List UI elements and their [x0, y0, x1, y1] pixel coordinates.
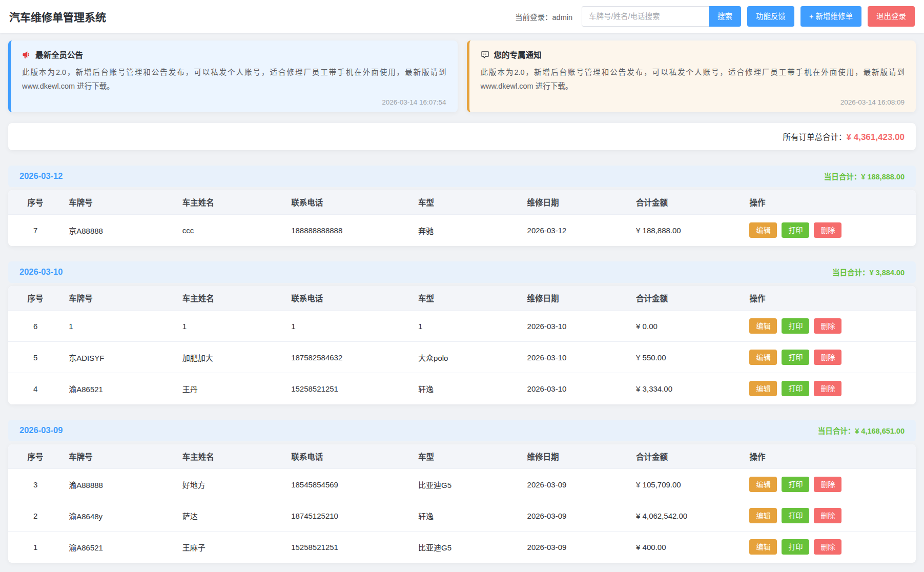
delete-button[interactable]: 删除 — [814, 222, 841, 238]
grand-total-label: 所有订单总合计： — [783, 133, 847, 141]
table-header-row: 序号车牌号车主姓名联系电话车型维修日期合计金额操作 — [8, 444, 916, 469]
daily-total: 当日合计：¥ 188,888.00 — [824, 171, 905, 181]
cell-seq: 7 — [8, 215, 63, 246]
print-button[interactable]: 打印 — [782, 222, 809, 238]
personal-notice-title: 您的专属通知 — [494, 49, 542, 60]
print-button[interactable]: 打印 — [782, 318, 809, 334]
cell-date: 2026-03-12 — [521, 215, 630, 246]
group-header: 2026-03-10 当日合计：¥ 3,884.00 — [8, 261, 916, 283]
cell-date: 2026-03-10 — [521, 342, 630, 373]
delete-button[interactable]: 删除 — [814, 477, 841, 492]
edit-button[interactable]: 编辑 — [749, 508, 777, 523]
cell-plate: 东ADISYF — [63, 342, 176, 373]
edit-button[interactable]: 编辑 — [749, 477, 777, 492]
column-header: 操作 — [743, 286, 916, 311]
cell-model: 大众polo — [412, 342, 521, 373]
search-input[interactable] — [582, 6, 709, 27]
add-repair-order-button[interactable]: + 新增维修单 — [800, 6, 861, 27]
column-header: 车型 — [412, 286, 521, 311]
cell-phone: 15258521251 — [285, 532, 412, 563]
cell-phone: 18745125210 — [285, 500, 412, 532]
personal-notice-title-row: 您的专属通知 — [481, 49, 905, 60]
daily-total-label: 当日合计： — [818, 427, 855, 435]
cell-owner: 王丹 — [176, 373, 285, 404]
delete-button[interactable]: 删除 — [814, 350, 841, 365]
search-button[interactable]: 搜索 — [709, 6, 741, 27]
column-header: 合计金额 — [630, 444, 743, 469]
print-button[interactable]: 打印 — [782, 350, 809, 365]
print-button[interactable]: 打印 — [782, 381, 809, 396]
feedback-button[interactable]: 功能反馈 — [747, 6, 794, 27]
cell-actions: 编辑打印删除 — [743, 469, 916, 500]
cell-seq: 2 — [8, 500, 63, 532]
column-header: 操作 — [743, 444, 916, 469]
column-header: 序号 — [8, 190, 63, 215]
topbar: 汽车维修单管理系统 当前登录：admin 搜索 功能反馈 + 新增维修单 退出登… — [0, 0, 924, 33]
order-group: 2026-03-10 当日合计：¥ 3,884.00 序号车牌号车主姓名联系电话… — [8, 261, 916, 404]
print-button[interactable]: 打印 — [782, 539, 809, 555]
edit-button[interactable]: 编辑 — [749, 350, 777, 365]
order-row: 611112026-03-10¥ 0.00编辑打印删除 — [8, 311, 916, 342]
group-header: 2026-03-12 当日合计：¥ 188,888.00 — [8, 166, 916, 187]
cell-owner: 1 — [176, 311, 285, 342]
daily-total-amount: ¥ 188,888.00 — [861, 173, 905, 181]
cell-model: 1 — [412, 311, 521, 342]
logout-button[interactable]: 退出登录 — [868, 6, 915, 27]
personal-notice-body: 此版本为2.0，新增后台账号管理和公告发布，可以私发个人账号，适合修理厂员工带手… — [481, 66, 905, 93]
personal-notice-timestamp: 2026-03-14 16:08:09 — [481, 98, 905, 106]
cell-model: 轩逸 — [412, 373, 521, 404]
cell-amount: ¥ 3,334.00 — [630, 373, 743, 404]
column-header: 序号 — [8, 286, 63, 311]
cell-date: 2026-03-10 — [521, 373, 630, 404]
delete-button[interactable]: 删除 — [814, 381, 841, 396]
column-header: 联系电话 — [285, 444, 412, 469]
edit-button[interactable]: 编辑 — [749, 381, 777, 396]
cell-seq: 5 — [8, 342, 63, 373]
cell-plate: 渝A88888 — [63, 469, 176, 500]
edit-button[interactable]: 编辑 — [749, 318, 777, 334]
cell-actions: 编辑打印删除 — [743, 215, 916, 246]
cell-seq: 1 — [8, 532, 63, 563]
cell-seq: 3 — [8, 469, 63, 500]
delete-button[interactable]: 删除 — [814, 318, 841, 334]
column-header: 联系电话 — [285, 286, 412, 311]
cell-date: 2026-03-09 — [521, 532, 630, 563]
cell-plate: 1 — [63, 311, 176, 342]
cell-amount: ¥ 188,888.00 — [630, 215, 743, 246]
order-table-card: 序号车牌号车主姓名联系电话车型维修日期合计金额操作 7京A88888ccc188… — [8, 190, 916, 246]
cell-plate: 渝A86521 — [63, 373, 176, 404]
cell-owner: ccc — [176, 215, 285, 246]
order-table: 序号车牌号车主姓名联系电话车型维修日期合计金额操作 7京A88888ccc188… — [8, 190, 916, 246]
delete-button[interactable]: 删除 — [814, 539, 841, 555]
speech-bubble-icon — [481, 50, 489, 59]
group-date: 2026-03-12 — [19, 171, 63, 181]
column-header: 维修日期 — [521, 444, 630, 469]
group-header: 2026-03-09 当日合计：¥ 4,168,651.00 — [8, 420, 916, 441]
table-header-row: 序号车牌号车主姓名联系电话车型维修日期合计金额操作 — [8, 190, 916, 215]
edit-button[interactable]: 编辑 — [749, 222, 777, 238]
cell-amount: ¥ 400.00 — [630, 532, 743, 563]
order-table: 序号车牌号车主姓名联系电话车型维修日期合计金额操作 3渝A88888好地方185… — [8, 444, 916, 563]
daily-total-label: 当日合计： — [824, 173, 861, 181]
cell-owner: 萨达 — [176, 500, 285, 532]
delete-button[interactable]: 删除 — [814, 508, 841, 523]
edit-button[interactable]: 编辑 — [749, 539, 777, 555]
column-header: 联系电话 — [285, 190, 412, 215]
cell-plate: 渝A86521 — [63, 532, 176, 563]
cell-amount: ¥ 0.00 — [630, 311, 743, 342]
daily-total: 当日合计：¥ 4,168,651.00 — [818, 425, 905, 436]
print-button[interactable]: 打印 — [782, 508, 809, 523]
order-row: 3渝A88888好地方18545854569比亚迪G52026-03-09¥ 1… — [8, 469, 916, 500]
column-header: 车牌号 — [63, 286, 176, 311]
cell-model: 比亚迪G5 — [412, 469, 521, 500]
cell-amount: ¥ 4,062,542.00 — [630, 500, 743, 532]
cell-date: 2026-03-10 — [521, 311, 630, 342]
cell-seq: 4 — [8, 373, 63, 404]
cell-owner: 加肥加大 — [176, 342, 285, 373]
order-row: 2渝A8648y萨达18745125210轩逸2026-03-09¥ 4,062… — [8, 500, 916, 532]
cell-plate: 渝A8648y — [63, 500, 176, 532]
column-header: 车牌号 — [63, 444, 176, 469]
order-row: 1渝A86521王麻子15258521251比亚迪G52026-03-09¥ 4… — [8, 532, 916, 563]
order-row: 4渝A86521王丹15258521251轩逸2026-03-10¥ 3,334… — [8, 373, 916, 404]
print-button[interactable]: 打印 — [782, 477, 809, 492]
